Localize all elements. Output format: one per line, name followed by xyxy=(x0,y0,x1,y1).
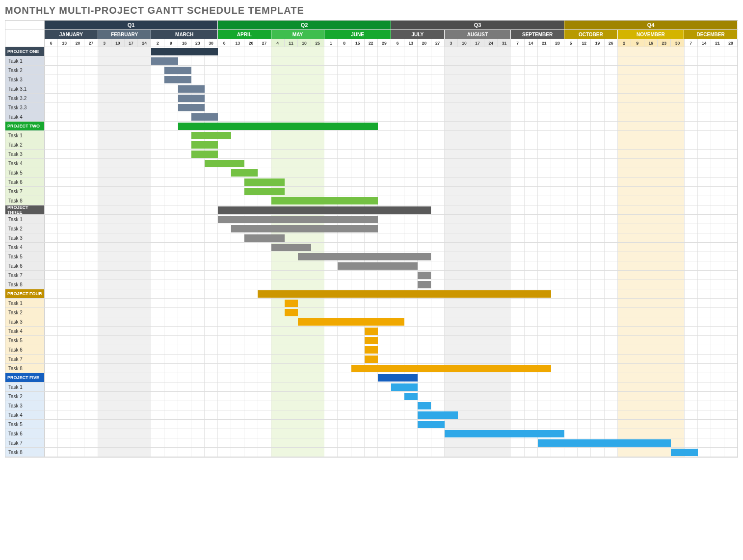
grid-cell[interactable] xyxy=(164,252,178,261)
grid-cell[interactable] xyxy=(71,364,84,373)
grid-cell[interactable] xyxy=(658,336,671,345)
grid-cell[interactable] xyxy=(458,94,471,102)
grid-cell[interactable] xyxy=(298,429,311,438)
grid-cell[interactable] xyxy=(551,420,564,429)
grid-cell[interactable] xyxy=(631,131,644,140)
grid-cell[interactable] xyxy=(538,252,551,261)
grid-cell[interactable] xyxy=(164,84,178,93)
grid-cell[interactable] xyxy=(258,150,271,158)
grid-cell[interactable] xyxy=(644,196,658,205)
grid-cell[interactable] xyxy=(71,178,84,186)
grid-cell[interactable] xyxy=(338,299,351,307)
grid-cell[interactable] xyxy=(698,224,711,233)
grid-cell[interactable] xyxy=(164,364,178,373)
grid-cell[interactable] xyxy=(498,382,511,391)
grid-cell[interactable] xyxy=(578,420,591,429)
grid-cell[interactable] xyxy=(324,84,338,93)
grid-cell[interactable] xyxy=(378,131,391,140)
grid-cell[interactable] xyxy=(671,345,684,354)
task-label[interactable]: Task 8 xyxy=(5,280,45,289)
grid-cell[interactable] xyxy=(605,233,618,242)
grid-cell[interactable] xyxy=(711,280,724,289)
grid-cell[interactable] xyxy=(564,392,578,401)
grid-cell[interactable] xyxy=(591,252,604,261)
grid-cell[interactable] xyxy=(605,429,618,438)
grid-cell[interactable] xyxy=(324,327,338,335)
grid-cell[interactable] xyxy=(525,243,538,252)
grid-cell[interactable] xyxy=(498,150,511,158)
grid-cell[interactable] xyxy=(258,261,271,270)
grid-cell[interactable] xyxy=(711,178,724,186)
grid-cell[interactable] xyxy=(164,373,178,382)
grid-cell[interactable] xyxy=(591,233,604,242)
grid-cell[interactable] xyxy=(285,233,298,242)
grid-cell[interactable] xyxy=(138,289,151,298)
grid-cell[interactable] xyxy=(111,448,125,457)
project-summary-bar[interactable] xyxy=(178,123,378,130)
grid-cell[interactable] xyxy=(285,66,298,75)
grid-cell[interactable] xyxy=(45,112,58,121)
grid-cell[interactable] xyxy=(311,103,324,112)
grid-cell[interactable] xyxy=(71,401,84,410)
grid-cell[interactable] xyxy=(285,429,298,438)
grid-cell[interactable] xyxy=(658,205,671,214)
grid-cell[interactable] xyxy=(205,448,218,457)
grid-cell[interactable] xyxy=(525,196,538,205)
grid-cell[interactable] xyxy=(631,280,644,289)
task-bar[interactable] xyxy=(178,95,205,102)
grid-cell[interactable] xyxy=(724,420,738,429)
grid-cell[interactable] xyxy=(205,205,218,214)
grid-cell[interactable] xyxy=(525,420,538,429)
grid-cell[interactable] xyxy=(98,84,111,93)
grid-cell[interactable] xyxy=(591,317,604,326)
grid-cell[interactable] xyxy=(138,243,151,252)
grid-cell[interactable] xyxy=(338,429,351,438)
grid-cell[interactable] xyxy=(658,131,671,140)
grid-cell[interactable] xyxy=(484,159,498,168)
grid-cell[interactable] xyxy=(458,299,471,307)
grid-cell[interactable] xyxy=(525,150,538,158)
grid-cell[interactable] xyxy=(391,196,404,205)
grid-cell[interactable] xyxy=(218,233,231,242)
grid-cell[interactable] xyxy=(98,392,111,401)
grid-cell[interactable] xyxy=(365,84,378,93)
grid-cell[interactable] xyxy=(338,401,351,410)
grid-cell[interactable] xyxy=(724,196,738,205)
grid-cell[interactable] xyxy=(205,224,218,233)
grid-cell[interactable] xyxy=(338,392,351,401)
grid-cell[interactable] xyxy=(285,410,298,419)
grid-cell[interactable] xyxy=(618,140,631,149)
grid-cell[interactable] xyxy=(111,308,125,317)
grid-cell[interactable] xyxy=(431,345,445,354)
grid-cell[interactable] xyxy=(125,429,138,438)
grid-cell[interactable] xyxy=(365,187,378,196)
grid-cell[interactable] xyxy=(178,448,191,457)
grid-cell[interactable] xyxy=(298,112,311,121)
grid-cell[interactable] xyxy=(58,373,71,382)
grid-cell[interactable] xyxy=(324,168,338,177)
grid-cell[interactable] xyxy=(484,187,498,196)
grid-cell[interactable] xyxy=(591,150,604,158)
grid-cell[interactable] xyxy=(98,66,111,75)
grid-cell[interactable] xyxy=(605,75,618,84)
grid-cell[interactable] xyxy=(365,150,378,158)
grid-cell[interactable] xyxy=(338,410,351,419)
grid-cell[interactable] xyxy=(84,243,98,252)
grid-cell[interactable] xyxy=(658,308,671,317)
grid-cell[interactable] xyxy=(711,364,724,373)
grid-cell[interactable] xyxy=(711,47,724,56)
grid-cell[interactable] xyxy=(378,336,391,345)
grid-cell[interactable] xyxy=(231,178,244,186)
grid-cell[interactable] xyxy=(564,243,578,252)
task-bar[interactable] xyxy=(244,188,284,195)
grid-cell[interactable] xyxy=(578,429,591,438)
grid-cell[interactable] xyxy=(164,224,178,233)
grid-cell[interactable] xyxy=(564,233,578,242)
grid-cell[interactable] xyxy=(698,47,711,56)
grid-cell[interactable] xyxy=(391,308,404,317)
grid-cell[interactable] xyxy=(591,345,604,354)
grid-cell[interactable] xyxy=(58,150,71,158)
grid-cell[interactable] xyxy=(58,243,71,252)
grid-cell[interactable] xyxy=(711,299,724,307)
grid-cell[interactable] xyxy=(84,112,98,121)
